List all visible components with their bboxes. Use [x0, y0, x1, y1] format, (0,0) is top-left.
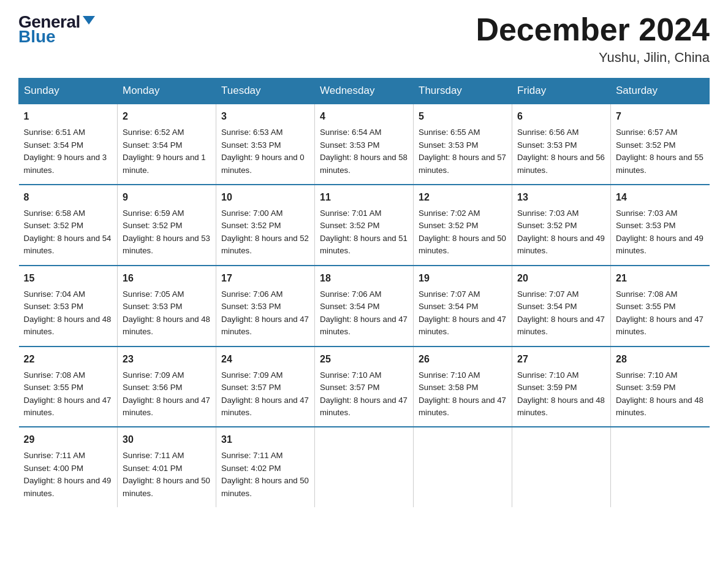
calendar-day-cell [315, 427, 414, 507]
day-info: Sunrise: 7:11 AMSunset: 4:02 PMDaylight:… [221, 450, 309, 500]
day-info: Sunrise: 6:58 AMSunset: 3:52 PMDaylight:… [24, 207, 113, 258]
calendar-day-cell: 12Sunrise: 7:02 AMSunset: 3:52 PMDayligh… [414, 185, 512, 266]
calendar-day-cell: 18Sunrise: 7:06 AMSunset: 3:54 PMDayligh… [315, 266, 414, 347]
calendar-day-cell: 31Sunrise: 7:11 AMSunset: 4:02 PMDayligh… [216, 427, 315, 507]
calendar-day-cell [512, 427, 611, 507]
day-info: Sunrise: 7:09 AMSunset: 3:56 PMDaylight:… [123, 369, 211, 419]
day-info: Sunrise: 7:05 AMSunset: 3:53 PMDaylight:… [123, 288, 211, 339]
day-info: Sunrise: 7:09 AMSunset: 3:57 PMDaylight:… [221, 369, 309, 419]
day-info: Sunrise: 6:56 AMSunset: 3:53 PMDaylight:… [517, 126, 605, 177]
day-number: 20 [517, 271, 605, 286]
month-year-title: December 2024 [476, 12, 710, 47]
day-number: 22 [24, 352, 113, 367]
day-number: 7 [616, 109, 705, 124]
calendar-day-cell: 4Sunrise: 6:54 AMSunset: 3:53 PMDaylight… [315, 104, 414, 185]
day-number: 28 [616, 352, 705, 367]
calendar-day-cell: 21Sunrise: 7:08 AMSunset: 3:55 PMDayligh… [611, 266, 710, 347]
day-info: Sunrise: 7:10 AMSunset: 3:58 PMDaylight:… [419, 369, 507, 419]
calendar-day-cell [611, 427, 710, 507]
day-number: 26 [419, 352, 507, 367]
calendar-day-cell: 26Sunrise: 7:10 AMSunset: 3:58 PMDayligh… [414, 347, 512, 427]
calendar-day-cell: 15Sunrise: 7:04 AMSunset: 3:53 PMDayligh… [19, 266, 118, 347]
day-info: Sunrise: 7:02 AMSunset: 3:52 PMDaylight:… [419, 207, 507, 258]
day-number: 16 [123, 271, 211, 286]
calendar-day-cell: 9Sunrise: 6:59 AMSunset: 3:52 PMDaylight… [118, 185, 216, 266]
day-info: Sunrise: 6:53 AMSunset: 3:53 PMDaylight:… [221, 126, 309, 177]
calendar-week-row: 22Sunrise: 7:08 AMSunset: 3:55 PMDayligh… [19, 347, 710, 427]
calendar-day-cell: 14Sunrise: 7:03 AMSunset: 3:53 PMDayligh… [611, 185, 710, 266]
day-number: 25 [320, 352, 408, 367]
weekday-header: Tuesday [216, 79, 315, 104]
page-header: General Blue December 2024 Yushu, Jilin,… [18, 12, 710, 66]
day-info: Sunrise: 6:51 AMSunset: 3:54 PMDaylight:… [24, 126, 113, 177]
day-info: Sunrise: 7:06 AMSunset: 3:53 PMDaylight:… [221, 288, 309, 339]
day-number: 1 [24, 109, 113, 124]
calendar-day-cell: 6Sunrise: 6:56 AMSunset: 3:53 PMDaylight… [512, 104, 611, 185]
day-number: 6 [517, 109, 605, 124]
day-info: Sunrise: 7:07 AMSunset: 3:54 PMDaylight:… [517, 288, 605, 339]
day-number: 9 [123, 190, 211, 205]
calendar-day-cell: 30Sunrise: 7:11 AMSunset: 4:01 PMDayligh… [118, 427, 216, 507]
calendar-day-cell: 17Sunrise: 7:06 AMSunset: 3:53 PMDayligh… [216, 266, 315, 347]
day-number: 12 [419, 190, 507, 205]
day-number: 27 [517, 352, 605, 367]
day-info: Sunrise: 7:03 AMSunset: 3:52 PMDaylight:… [517, 207, 605, 258]
day-info: Sunrise: 7:10 AMSunset: 3:59 PMDaylight:… [616, 369, 705, 419]
weekday-header: Saturday [611, 79, 710, 104]
day-info: Sunrise: 6:55 AMSunset: 3:53 PMDaylight:… [419, 126, 507, 177]
day-number: 14 [616, 190, 705, 205]
calendar-day-cell: 24Sunrise: 7:09 AMSunset: 3:57 PMDayligh… [216, 347, 315, 427]
calendar-day-cell: 22Sunrise: 7:08 AMSunset: 3:55 PMDayligh… [19, 347, 118, 427]
day-number: 2 [123, 109, 211, 124]
day-info: Sunrise: 6:59 AMSunset: 3:52 PMDaylight:… [123, 207, 211, 258]
day-info: Sunrise: 6:52 AMSunset: 3:54 PMDaylight:… [123, 126, 211, 177]
weekday-header: Thursday [414, 79, 512, 104]
calendar-table: SundayMondayTuesdayWednesdayThursdayFrid… [18, 78, 710, 507]
day-number: 24 [221, 352, 309, 367]
weekday-header: Monday [118, 79, 216, 104]
logo: General Blue [18, 12, 95, 47]
day-info: Sunrise: 7:10 AMSunset: 3:59 PMDaylight:… [517, 369, 605, 419]
calendar-week-row: 8Sunrise: 6:58 AMSunset: 3:52 PMDaylight… [19, 185, 710, 266]
day-number: 30 [123, 432, 211, 447]
calendar-day-cell: 20Sunrise: 7:07 AMSunset: 3:54 PMDayligh… [512, 266, 611, 347]
calendar-day-cell [414, 427, 512, 507]
day-info: Sunrise: 7:08 AMSunset: 3:55 PMDaylight:… [24, 369, 113, 419]
day-number: 11 [320, 190, 408, 205]
day-info: Sunrise: 7:01 AMSunset: 3:52 PMDaylight:… [320, 207, 408, 258]
calendar-week-row: 15Sunrise: 7:04 AMSunset: 3:53 PMDayligh… [19, 266, 710, 347]
day-info: Sunrise: 6:54 AMSunset: 3:53 PMDaylight:… [320, 126, 408, 177]
calendar-day-cell: 11Sunrise: 7:01 AMSunset: 3:52 PMDayligh… [315, 185, 414, 266]
calendar-day-cell: 16Sunrise: 7:05 AMSunset: 3:53 PMDayligh… [118, 266, 216, 347]
day-info: Sunrise: 7:10 AMSunset: 3:57 PMDaylight:… [320, 369, 408, 419]
calendar-header-row: SundayMondayTuesdayWednesdayThursdayFrid… [19, 79, 710, 104]
day-number: 29 [24, 432, 113, 447]
day-number: 21 [616, 271, 705, 286]
day-info: Sunrise: 7:03 AMSunset: 3:53 PMDaylight:… [616, 207, 705, 258]
weekday-header: Sunday [19, 79, 118, 104]
day-info: Sunrise: 7:11 AMSunset: 4:00 PMDaylight:… [24, 450, 113, 500]
day-number: 5 [419, 109, 507, 124]
day-number: 17 [221, 271, 309, 286]
calendar-day-cell: 7Sunrise: 6:57 AMSunset: 3:52 PMDaylight… [611, 104, 710, 185]
day-info: Sunrise: 7:04 AMSunset: 3:53 PMDaylight:… [24, 288, 113, 339]
calendar-day-cell: 1Sunrise: 6:51 AMSunset: 3:54 PMDaylight… [19, 104, 118, 185]
title-block: December 2024 Yushu, Jilin, China [476, 12, 710, 66]
logo-blue-text: Blue [18, 27, 56, 47]
calendar-day-cell: 5Sunrise: 6:55 AMSunset: 3:53 PMDaylight… [414, 104, 512, 185]
day-number: 15 [24, 271, 113, 286]
day-info: Sunrise: 7:06 AMSunset: 3:54 PMDaylight:… [320, 288, 408, 339]
calendar-day-cell: 2Sunrise: 6:52 AMSunset: 3:54 PMDaylight… [118, 104, 216, 185]
calendar-day-cell: 8Sunrise: 6:58 AMSunset: 3:52 PMDaylight… [19, 185, 118, 266]
day-info: Sunrise: 7:08 AMSunset: 3:55 PMDaylight:… [616, 288, 705, 339]
calendar-week-row: 1Sunrise: 6:51 AMSunset: 3:54 PMDaylight… [19, 104, 710, 185]
day-number: 13 [517, 190, 605, 205]
calendar-day-cell: 13Sunrise: 7:03 AMSunset: 3:52 PMDayligh… [512, 185, 611, 266]
day-number: 10 [221, 190, 309, 205]
day-info: Sunrise: 6:57 AMSunset: 3:52 PMDaylight:… [616, 126, 705, 177]
calendar-day-cell: 27Sunrise: 7:10 AMSunset: 3:59 PMDayligh… [512, 347, 611, 427]
day-info: Sunrise: 7:11 AMSunset: 4:01 PMDaylight:… [123, 450, 211, 500]
calendar-day-cell: 10Sunrise: 7:00 AMSunset: 3:52 PMDayligh… [216, 185, 315, 266]
calendar-day-cell: 3Sunrise: 6:53 AMSunset: 3:53 PMDaylight… [216, 104, 315, 185]
day-number: 19 [419, 271, 507, 286]
